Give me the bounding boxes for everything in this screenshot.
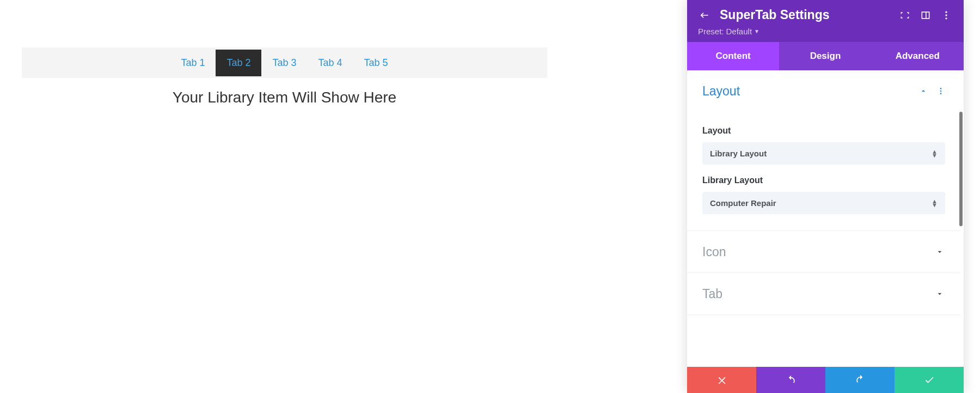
dock-icon[interactable] (919, 9, 932, 22)
section-tab-header[interactable]: Tab (702, 273, 945, 315)
chevron-down-icon (934, 246, 945, 257)
expand-icon[interactable] (898, 9, 911, 22)
panel-scrollbar[interactable] (959, 112, 963, 226)
settings-panel: SuperTab Settings Preset: Default ▼ Cont… (687, 0, 964, 393)
panel-tabs: Content Design Advanced (687, 42, 964, 70)
preview-area: Tab 1 Tab 2 Tab 3 Tab 4 Tab 5 Your Libra… (22, 47, 547, 106)
panel-title: SuperTab Settings (719, 8, 891, 22)
select-arrows-icon: ▲▼ (932, 150, 938, 158)
save-button[interactable] (895, 367, 964, 393)
section-icon-header[interactable]: Icon (702, 231, 945, 273)
preset-label-prefix: Preset: (698, 27, 724, 36)
section-tab-title: Tab (702, 287, 934, 301)
layout-type-value: Library Layout (710, 149, 932, 158)
preview-tab-5[interactable]: Tab 5 (353, 50, 399, 76)
preview-tab-4[interactable]: Tab 4 (308, 50, 353, 76)
section-icon-title: Icon (702, 245, 934, 259)
back-icon[interactable] (698, 9, 711, 22)
svg-point-5 (940, 93, 942, 94)
close-icon (716, 374, 727, 385)
preview-tab-1[interactable]: Tab 1 (170, 50, 216, 76)
preview-tab-2[interactable]: Tab 2 (216, 50, 261, 76)
section-layout: Layout Layout Library Layout ▲▼ Library … (687, 70, 960, 231)
svg-point-4 (940, 90, 942, 92)
tab-content[interactable]: Content (687, 42, 779, 70)
redo-button[interactable] (825, 367, 895, 393)
section-layout-header[interactable]: Layout (702, 70, 945, 112)
tab-design[interactable]: Design (779, 42, 871, 70)
cancel-button[interactable] (687, 367, 756, 393)
select-arrows-icon: ▲▼ (932, 199, 938, 207)
tab-advanced[interactable]: Advanced (872, 42, 964, 70)
panel-header: SuperTab Settings Preset: Default ▼ (687, 0, 964, 42)
library-layout-label: Library Layout (702, 176, 945, 185)
svg-point-3 (940, 88, 942, 89)
panel-body: Layout Layout Library Layout ▲▼ Library … (687, 70, 964, 367)
section-layout-menu-icon[interactable] (936, 86, 945, 96)
check-icon (924, 374, 935, 385)
kebab-menu-icon[interactable] (940, 9, 953, 22)
chevron-up-icon (918, 86, 929, 96)
library-layout-select[interactable]: Computer Repair ▲▼ (702, 192, 945, 214)
preset-value: Default (726, 27, 752, 36)
layout-type-select[interactable]: Library Layout ▲▼ (702, 142, 945, 165)
library-placeholder-text: Your Library Item Will Show Here (22, 78, 547, 106)
redo-icon (855, 374, 866, 385)
preview-tab-strip: Tab 1 Tab 2 Tab 3 Tab 4 Tab 5 (22, 47, 547, 78)
svg-point-0 (945, 11, 947, 13)
chevron-down-icon (934, 288, 945, 299)
section-layout-title: Layout (702, 84, 918, 99)
undo-icon (786, 374, 797, 385)
svg-point-2 (945, 17, 947, 19)
preview-tab-3[interactable]: Tab 3 (261, 50, 307, 76)
layout-type-label: Layout (702, 126, 945, 136)
caret-down-icon: ▼ (754, 28, 759, 34)
section-tab: Tab (687, 273, 960, 315)
panel-footer (687, 367, 964, 393)
svg-point-1 (945, 14, 947, 16)
library-layout-value: Computer Repair (710, 198, 932, 208)
section-icon: Icon (687, 231, 960, 273)
preset-selector[interactable]: Preset: Default ▼ (698, 27, 759, 36)
undo-button[interactable] (756, 367, 825, 393)
section-layout-body: Layout Library Layout ▲▼ Library Layout … (702, 112, 945, 231)
